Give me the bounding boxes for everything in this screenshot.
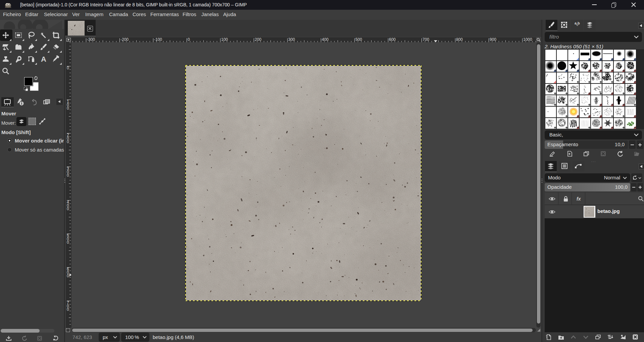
svg-text:500: 500 [67,233,69,245]
svg-text:A: A [41,55,46,63]
svg-text:-100: -100 [154,37,162,42]
svg-text:300: 300 [67,166,69,178]
svg-text:fx: fx [577,196,581,201]
svg-text:100: 100 [67,99,69,111]
svg-text:0: 0 [67,66,69,70]
svg-text:1000: 1000 [523,37,532,42]
svg-text:-300: -300 [87,37,95,42]
svg-text:400: 400 [67,200,69,211]
svg-text:700: 700 [67,300,69,312]
svg-text:-200: -200 [120,37,129,42]
svg-text:200: 200 [67,133,69,144]
svg-text:b: b [578,21,580,25]
svg-text:600: 600 [67,267,69,278]
svg-text:0: 0 [188,37,190,42]
